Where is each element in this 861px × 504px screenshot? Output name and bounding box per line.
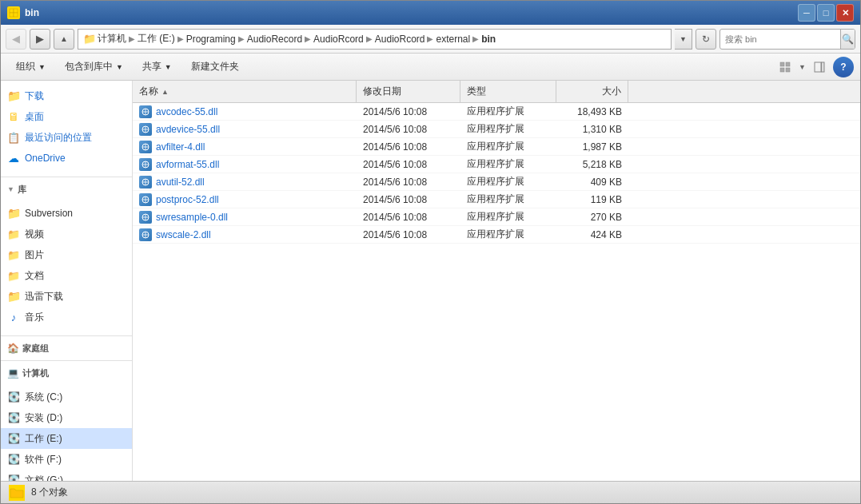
desktop-icon: 🖥 [7,110,20,123]
sort-arrow-name: ▲ [161,88,169,96]
sidebar-item-drive-d[interactable]: 💽 安装 (D:) [1,407,132,428]
sidebar-item-documents[interactable]: 📁 文档 [1,265,132,286]
favorites-section: 📁 下载 🖥 桌面 📋 最近访问的位置 ☁ OneDrive [1,81,132,173]
organize-button[interactable]: 组织 ▼ [7,57,54,77]
pictures-icon: 📁 [7,248,20,261]
file-list-header: 名称 ▲ 修改日期 类型 大小 [133,81,860,103]
table-row[interactable]: avformat-55.dll2014/5/6 10:08应用程序扩展5,218… [133,156,860,173]
table-row[interactable]: postproc-52.dll2014/5/6 10:08应用程序扩展119 K… [133,191,860,208]
file-name-text: swresample-0.dll [156,212,228,223]
new-folder-button[interactable]: 新建文件夹 [182,57,248,77]
file-cell-name: avcodec-55.dll [133,103,357,120]
breadcrumb-sep-2: ▶ [238,34,245,43]
help-button[interactable]: ? [833,57,854,77]
col-header-size[interactable]: 大小 [556,81,628,102]
file-cell-name: avdevice-55.dll [133,121,357,137]
sidebar-label-drive-f: 软件 (F:) [25,453,62,466]
sidebar-item-onedrive[interactable]: ☁ OneDrive [1,148,132,169]
file-cell-name: avformat-55.dll [133,156,357,173]
address-field[interactable]: 📁 计算机 ▶ 工作 (E:) ▶ Programing ▶ AudioReco… [78,29,672,50]
svg-rect-4 [780,62,784,66]
breadcrumb-sep-0: ▶ [129,34,135,43]
minimize-button[interactable]: ─ [798,4,815,22]
breadcrumb-part-1: 工作 (E:) [138,32,175,46]
sidebar-item-video[interactable]: 📁 视频 [1,224,132,244]
sidebar-item-music[interactable]: ♪ 音乐 [1,307,132,327]
table-row[interactable]: avfilter-4.dll2014/5/6 10:08应用程序扩展1,987 … [133,138,860,156]
file-cell-size: 18,493 KB [556,103,628,120]
sidebar-item-pictures[interactable]: 📁 图片 [1,244,132,265]
include-in-library-button[interactable]: 包含到库中 ▼ [56,57,132,77]
organize-dropdown-icon: ▼ [38,63,46,71]
file-name-text: avfilter-4.dll [156,141,205,153]
sidebar-label-drive-c: 系统 (C:) [25,391,62,404]
status-count: 8 个对象 [31,486,68,499]
sidebar-item-drive-c[interactable]: 💽 系统 (C:) [1,387,132,407]
file-cell-date: 2014/5/6 10:08 [357,103,460,120]
drive-f-icon: 💽 [7,453,20,466]
file-cell-type: 应用程序扩展 [460,173,556,190]
drive-d-icon: 💽 [7,411,20,424]
file-cell-type: 应用程序扩展 [460,191,556,208]
file-name-text: avformat-55.dll [156,159,219,170]
file-cell-type: 应用程序扩展 [460,121,556,137]
close-button[interactable]: ✕ [836,4,854,22]
table-row[interactable]: avcodec-55.dll2014/5/6 10:08应用程序扩展18,493… [133,103,860,121]
toolbar: 组织 ▼ 包含到库中 ▼ 共享 ▼ 新建文件夹 ▼ [1,54,860,81]
preview-pane-button[interactable] [809,57,830,77]
col-header-type[interactable]: 类型 [460,81,556,102]
sidebar-item-drive-f[interactable]: 💽 软件 (F:) [1,449,132,470]
sidebar-item-thunder[interactable]: 📁 迅雷下载 [1,286,132,307]
sidebar-label-music: 音乐 [25,311,44,324]
file-cell-name: swscale-2.dll [133,226,357,243]
sidebar-item-drive-g[interactable]: 💽 文档 (G:) [1,470,132,481]
sidebar-label-drive-e: 工作 (E:) [25,432,62,446]
table-row[interactable]: swresample-0.dll2014/5/6 10:08应用程序扩展270 … [133,208,860,226]
file-cell-size: 270 KB [556,208,628,225]
view-options-button[interactable] [775,57,795,77]
dll-icon [139,105,152,118]
documents-icon: 📁 [7,269,20,282]
search-button[interactable]: 🔍 [840,30,855,49]
sidebar-item-drive-e[interactable]: 💽 工作 (E:) [1,428,132,449]
table-row[interactable]: avutil-52.dll2014/5/6 10:08应用程序扩展409 KB [133,173,860,191]
divider-1 [1,177,132,177]
sidebar-label-video: 视频 [25,228,44,241]
sidebar-item-desktop[interactable]: 🖥 桌面 [1,106,132,127]
up-button[interactable]: ▲ [54,29,74,50]
file-cell-date: 2014/5/6 10:08 [357,121,460,137]
breadcrumb-part-3: AudioRecord [247,34,302,45]
address-dropdown-button[interactable]: ▼ [675,29,692,50]
window-title: bin [25,7,39,18]
computer-icon: 💻 [7,367,19,379]
window-icon [7,6,20,19]
col-header-name[interactable]: 名称 ▲ [133,81,357,102]
share-dropdown-icon: ▼ [165,63,172,71]
file-cell-date: 2014/5/6 10:08 [357,208,460,225]
breadcrumb-part-6: external [436,34,470,45]
dll-icon [139,228,152,241]
sidebar-item-downloads[interactable]: 📁 下载 [1,85,132,106]
computer-section-header[interactable]: 💻 计算机 [1,364,132,382]
refresh-button[interactable]: ↻ [696,29,716,50]
recent-icon: 📋 [7,131,20,144]
sidebar-item-recent[interactable]: 📋 最近访问的位置 [1,127,132,148]
libraries-section-header[interactable]: ▼ 库 [1,181,132,198]
file-cell-type: 应用程序扩展 [460,138,556,155]
onedrive-icon: ☁ [7,152,20,165]
table-row[interactable]: swscale-2.dll2014/5/6 10:08应用程序扩展424 KB [133,226,860,244]
col-header-date[interactable]: 修改日期 [357,81,460,102]
back-button[interactable]: ◀ [6,29,26,50]
dll-icon [139,141,152,153]
dll-icon [139,158,152,171]
homegroup-section-header[interactable]: 🏠 家庭组 [1,339,132,357]
dll-icon [139,211,152,224]
search-input[interactable] [720,30,840,49]
forward-button[interactable]: ▶ [30,29,50,50]
share-button[interactable]: 共享 ▼ [134,57,181,77]
maximize-button[interactable]: □ [817,4,835,22]
sidebar-item-subversion[interactable]: 📁 Subversion [1,203,132,224]
status-folder-icon [9,485,25,501]
subversion-folder-icon: 📁 [7,207,20,220]
table-row[interactable]: avdevice-55.dll2014/5/6 10:08应用程序扩展1,310… [133,121,860,138]
